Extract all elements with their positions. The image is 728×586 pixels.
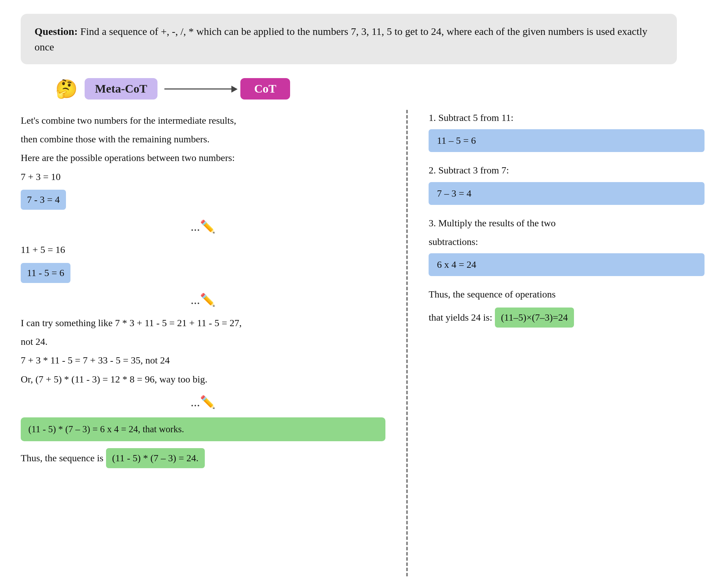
left-eq2-highlight: 7 - 3 = 4 [21, 190, 66, 210]
right-step1-label: 1. Subtract 5 from 11: [429, 110, 705, 126]
right-step3-label2: subtractions: [429, 234, 705, 250]
left-eq6: 7 + 3 * 11 - 5 = 7 + 33 - 5 = 35, not 24 [21, 352, 385, 368]
right-panel: 1. Subtract 5 from 11: 11 – 5 = 6 2. Sub… [415, 110, 705, 576]
question-text: Find a sequence of +, -, /, * which can … [35, 26, 648, 53]
right-conclusion2: that yields 24 is: (11–5)×(7–3)=24 [429, 305, 705, 330]
left-eq1: 7 + 3 = 10 [21, 169, 385, 185]
cot-badge: CoT [240, 78, 290, 100]
right-conclusion1: Thus, the sequence of operations [429, 286, 705, 302]
right-step1-eq: 11 – 5 = 6 [429, 129, 705, 152]
header-row: 🤔 Meta-CoT CoT [21, 78, 707, 100]
left-panel: Let's combine two numbers for the interm… [21, 110, 399, 576]
dashed-line [406, 110, 408, 576]
left-ellipsis1: ...✏️ [21, 217, 385, 237]
left-line1: Let's combine two numbers for the interm… [21, 113, 385, 129]
left-eq5b: not 24. [21, 334, 385, 350]
arrow-line [164, 88, 233, 89]
arrow-container [164, 88, 233, 89]
left-line2: then combine those with the remaining nu… [21, 131, 385, 147]
question-label: Question: [35, 26, 78, 37]
left-ellipsis2: ...✏️ [21, 290, 385, 310]
left-line3: Here are the possible operations between… [21, 150, 385, 166]
left-eq3: 11 + 5 = 16 [21, 242, 385, 258]
right-step2-label: 2. Subtract 3 from 7: [429, 162, 705, 178]
content-row: Let's combine two numbers for the interm… [21, 110, 705, 576]
right-step2-eq: 7 – 3 = 4 [429, 182, 705, 205]
right-conclusion-highlight: (11–5)×(7–3)=24 [495, 308, 574, 328]
meta-cot-badge: Meta-CoT [85, 78, 157, 100]
left-eq5: I can try something like 7 * 3 + 11 - 5 … [21, 315, 385, 331]
left-eq7: Or, (7 + 5) * (11 - 3) = 12 * 8 = 96, wa… [21, 371, 385, 387]
right-step3-eq: 6 x 4 = 24 [429, 253, 705, 276]
left-eq4-highlight: 11 - 5 = 6 [21, 263, 70, 283]
left-ellipsis3: ...✏️ [21, 392, 385, 413]
question-box: Question: Find a sequence of +, -, /, * … [21, 14, 677, 64]
thinking-emoji: 🤔 [55, 78, 78, 100]
left-conclusion: Thus, the sequence is (11 - 5) * (7 – 3)… [21, 446, 385, 470]
left-final-highlight: (11 - 5) * (7 – 3) = 6 x 4 = 24, that wo… [21, 417, 385, 441]
right-step3-label: 3. Multiply the results of the two [429, 215, 705, 231]
divider [399, 110, 415, 576]
left-conclusion-highlight: (11 - 5) * (7 – 3) = 24. [106, 448, 205, 468]
